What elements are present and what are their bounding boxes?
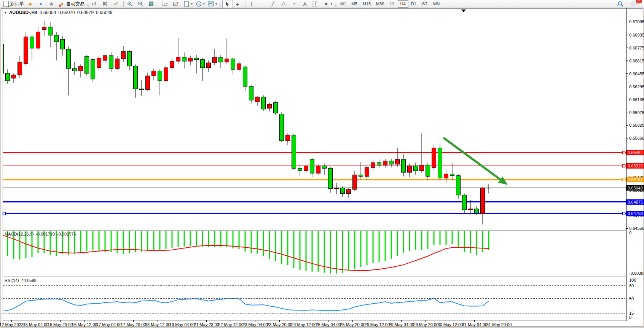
line-handle[interactable] — [623, 178, 625, 181]
candle-body — [0, 44, 4, 73]
candle-body — [115, 59, 120, 69]
arrows-caret-icon: ▾ — [331, 2, 332, 6]
metaeditor-button[interactable]: ◆ — [26, 0, 36, 8]
arrows-icon: ◆ — [323, 1, 329, 7]
vertical-line-button[interactable]: | — [247, 0, 258, 8]
line-chart-button[interactable] — [111, 0, 122, 8]
candle-body — [176, 57, 180, 61]
candle-body — [97, 58, 101, 68]
timeframe-button-m30[interactable]: M30 — [373, 0, 387, 8]
chart-canvas[interactable]: 0.670950.669350.667750.666150.664550.662… — [0, 0, 644, 328]
candle-body — [402, 159, 406, 172]
zoom-in-button[interactable] — [125, 0, 136, 8]
timeframe-button-w1[interactable]: W1 — [419, 0, 431, 8]
chevron-down-icon[interactable]: ▼ — [4, 11, 7, 14]
zoom-out-button[interactable] — [136, 0, 147, 8]
crosshair-button[interactable]: + — [233, 0, 244, 8]
fibonacci-button[interactable]: ┄F — [290, 0, 300, 8]
candle-body — [341, 188, 345, 194]
line-handle[interactable] — [623, 164, 625, 167]
price-tick-label: 0.67095 — [629, 19, 644, 24]
candle-body — [322, 166, 327, 168]
search-button[interactable] — [616, 0, 626, 8]
bar-chart-icon — [91, 1, 97, 7]
timeframe-button-d1[interactable]: D1 — [408, 0, 419, 8]
candle-body — [280, 114, 284, 141]
candle-body — [85, 56, 89, 73]
rsi-value: 44.0598 — [21, 278, 37, 283]
auto-trading-button[interactable]: ● 自动交易 — [57, 0, 86, 8]
new-order-button[interactable]: 新订单 — [2, 0, 26, 8]
templates-button[interactable]: ▾ — [206, 0, 218, 8]
candle-body — [48, 27, 53, 35]
time-tick-label: 31 May 04:00 — [462, 322, 488, 327]
time-tick-label: 31 May 20:00 — [486, 322, 512, 327]
trendline-button[interactable]: ╱ — [268, 0, 279, 8]
arrows-button[interactable]: ◆▾ — [322, 0, 334, 8]
horizontal-line-button[interactable]: — — [258, 0, 268, 8]
price-tick-label: 0.66615 — [629, 59, 644, 63]
candle-body — [261, 97, 266, 109]
time-tick-label: 23 May 04:00 — [242, 322, 268, 327]
line-handle[interactable] — [623, 212, 625, 215]
price-tick-label: 0.66455 — [629, 72, 644, 76]
new-chart-button[interactable]: ▾ — [182, 0, 194, 8]
community-icon: ● — [38, 1, 44, 7]
rsi-line — [2, 298, 489, 310]
time-tick-label: 12 May 2023 — [0, 322, 24, 327]
candle-body — [353, 175, 357, 189]
rsi-name: RSI(14) — [5, 278, 19, 283]
candle-body — [6, 73, 10, 81]
timeframe-button-h1[interactable]: H1 — [387, 0, 397, 8]
signals-button[interactable]: ◉ — [47, 0, 57, 8]
candle-body — [152, 71, 156, 76]
candle-body — [91, 60, 95, 79]
candle-body — [487, 188, 491, 188]
time-tick-label: 26 May 12:00 — [364, 322, 390, 327]
candle-body — [335, 188, 339, 189]
equidistant-channel-button[interactable]: ╱E — [279, 0, 290, 8]
line-chart-icon — [113, 1, 119, 7]
period-button[interactable]: ▾ — [194, 0, 206, 8]
rsi-tick-label: 80 — [629, 283, 634, 288]
candle-body — [213, 57, 217, 63]
text-button[interactable]: A — [300, 0, 311, 8]
hline-price-text: 0.65049 — [628, 186, 643, 190]
macd-min-label: -0.003853 — [629, 271, 644, 275]
bar-chart-button[interactable] — [90, 0, 100, 8]
time-tick-label: 25 May 04:00 — [316, 322, 341, 327]
line-handle[interactable] — [3, 212, 6, 215]
rsi-tick-label: 50 — [629, 296, 634, 301]
timeframe-button-m15[interactable]: M15 — [360, 0, 373, 8]
text-label-button[interactable]: T — [311, 0, 322, 8]
hline-price-text: 0.65151 — [628, 177, 643, 182]
new-order-icon — [3, 1, 9, 7]
chart-shift-button[interactable] — [171, 0, 182, 8]
timeframe-button-h4[interactable]: H4 — [398, 0, 408, 8]
candle-body — [201, 60, 205, 68]
hline-price-text: 0.64733 — [628, 211, 643, 216]
timeframe-button-m5[interactable]: M5 — [349, 0, 360, 8]
line-handle[interactable] — [623, 151, 625, 154]
candle-body — [103, 56, 107, 61]
tile-windows-button[interactable] — [147, 0, 157, 8]
candle-body — [18, 62, 22, 75]
time-tick-label: 17 May 20:00 — [121, 322, 146, 327]
notifications-button[interactable]: 1 — [630, 0, 640, 8]
candle-body — [164, 68, 168, 81]
chart-shift-marker[interactable] — [461, 10, 466, 12]
time-tick-label: 15 May 04:00 — [23, 322, 49, 327]
clock-icon — [196, 1, 202, 7]
timeframe-button-mn[interactable]: MN — [430, 0, 442, 8]
candle-body — [109, 56, 113, 68]
timeframe-button-m1[interactable]: M1 — [338, 0, 349, 8]
candle-body — [24, 37, 28, 64]
community-button[interactable]: ● — [36, 0, 47, 8]
candlestick-chart-button[interactable] — [100, 0, 111, 8]
candle-body — [79, 66, 83, 71]
cursor-button[interactable] — [222, 0, 233, 8]
auto-scroll-button[interactable] — [161, 0, 171, 8]
candle-body — [243, 67, 247, 86]
candle-body — [414, 166, 418, 171]
crosshair-icon: + — [234, 1, 241, 7]
